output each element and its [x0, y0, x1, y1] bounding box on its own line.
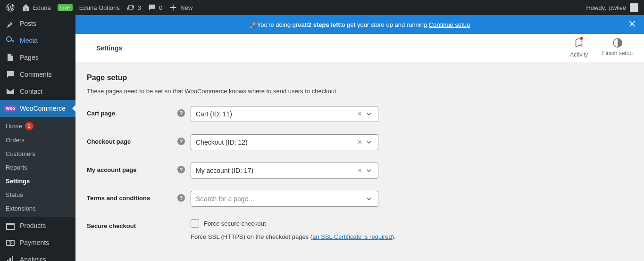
submenu-item-status[interactable]: Status	[0, 188, 75, 202]
media-icon	[6, 36, 15, 45]
section-desc: These pages need to be set so that WooCo…	[87, 88, 633, 95]
help-icon[interactable]: ?	[177, 194, 185, 202]
new-label: New	[180, 4, 192, 11]
activity-label: Activity	[570, 51, 588, 58]
submenu-item-settings[interactable]: Settings	[0, 174, 75, 188]
sidebar-label: Payments	[20, 239, 49, 246]
new-link[interactable]: New	[169, 3, 192, 12]
main-content: 🚀 You're doing great! 2 steps left to ge…	[75, 15, 644, 261]
banner-text-after: to get your store up and running.	[340, 21, 429, 28]
count-badge: 2	[25, 122, 33, 130]
submenu-label: Status	[6, 191, 23, 198]
avatar[interactable]	[630, 3, 638, 12]
howdy-prefix: Howdy,	[586, 4, 606, 11]
pin-icon	[6, 19, 15, 28]
submenu-label: Customers	[6, 150, 35, 157]
clear-icon[interactable]: ×	[355, 166, 365, 175]
sidebar-item-pages[interactable]: Pages	[0, 49, 75, 66]
comments-icon	[6, 70, 15, 79]
sidebar-label: Posts	[20, 20, 36, 27]
terms-page-placeholder: Search for a page…	[196, 195, 365, 203]
help-after: ).	[392, 233, 396, 240]
checkout-page-value: Checkout (ID: 12)	[196, 139, 355, 146]
terms-page-label: Terms and conditions	[87, 195, 150, 202]
chevron-down-icon	[365, 168, 373, 173]
banner-text-before: You're doing great!	[257, 21, 308, 28]
sidebar-label: Analytics	[20, 256, 46, 261]
comments-link[interactable]: 0	[148, 3, 162, 12]
site-name: Eduna	[33, 4, 51, 11]
svg-rect-2	[7, 224, 14, 225]
checkout-page-label: Checkout page	[87, 138, 131, 145]
ssl-cert-link[interactable]: an SSL Certificate is required	[312, 233, 392, 240]
myaccount-page-select[interactable]: My account (ID: 17) ×	[191, 163, 378, 179]
svg-rect-7	[12, 256, 13, 261]
clear-icon[interactable]: ×	[355, 138, 365, 147]
help-before: Force SSL (HTTPS) on the checkout pages …	[191, 233, 312, 240]
updates-link[interactable]: 3	[126, 3, 141, 12]
continue-setup-link[interactable]: Continue setup	[429, 21, 470, 28]
wp-logo[interactable]	[6, 3, 15, 12]
submenu-item-orders[interactable]: Orders	[0, 133, 75, 147]
close-banner-button[interactable]	[628, 20, 636, 30]
sidebar-item-comments[interactable]: Comments	[0, 66, 75, 83]
sidebar-item-analytics[interactable]: Analytics	[0, 251, 75, 261]
products-icon	[6, 221, 15, 230]
woo-icon: Woo	[6, 104, 15, 113]
help-icon[interactable]: ?	[177, 109, 185, 117]
cart-page-select[interactable]: Cart (ID: 11) ×	[191, 106, 378, 122]
sidebar-item-products[interactable]: Products	[0, 217, 75, 234]
sidebar-item-posts[interactable]: Posts	[0, 15, 75, 32]
envelope-icon	[6, 87, 15, 96]
activity-button[interactable]: Activity	[570, 38, 588, 58]
chevron-down-icon	[365, 196, 373, 202]
pages-icon	[6, 53, 15, 62]
svg-point-0	[7, 37, 11, 41]
sidebar-item-contact[interactable]: Contact	[0, 83, 75, 100]
checkout-page-select[interactable]: Checkout (ID: 12) ×	[191, 134, 378, 150]
username: pwlive	[609, 4, 626, 11]
submenu-item-reports[interactable]: Reports	[0, 161, 75, 174]
page-header: Settings Activity Finish setup	[75, 34, 644, 62]
chevron-down-icon	[365, 111, 373, 117]
force-secure-label: Force secure checkout	[204, 220, 266, 227]
cart-page-label: Cart page	[87, 110, 115, 117]
live-badge: Live	[58, 4, 73, 11]
sidebar-label: Contact	[20, 88, 42, 95]
myaccount-page-label: My account page	[87, 166, 136, 173]
submenu-item-extensions[interactable]: Extensions	[0, 202, 75, 215]
admin-toolbar: Eduna Live Eduna Options 3 0 New Howdy, …	[0, 0, 644, 15]
woocommerce-submenu: Home 2 Orders Customers Reports Settings…	[0, 117, 75, 217]
sidebar-item-woocommerce[interactable]: Woo WooCommerce	[0, 100, 75, 117]
analytics-icon	[6, 255, 15, 261]
submenu-label: Settings	[6, 178, 30, 185]
svg-rect-6	[9, 258, 11, 261]
finish-setup-label: Finish setup	[602, 50, 633, 57]
chevron-down-icon	[365, 139, 373, 145]
eduna-options-link[interactable]: Eduna Options	[79, 4, 120, 11]
setup-banner: 🚀 You're doing great! 2 steps left to ge…	[75, 15, 644, 34]
account-link[interactable]: Howdy, pwlive	[586, 4, 626, 11]
submenu-item-home[interactable]: Home 2	[0, 119, 75, 133]
section-title: Page setup	[87, 73, 633, 82]
submenu-label: Home	[6, 122, 22, 130]
site-link[interactable]: Eduna	[22, 3, 51, 12]
finish-setup-button[interactable]: Finish setup	[602, 38, 633, 58]
comments-count: 0	[159, 4, 162, 11]
terms-page-select[interactable]: Search for a page…	[191, 191, 378, 207]
sidebar-label: Comments	[20, 71, 52, 78]
sidebar-item-payments[interactable]: $ Payments	[0, 234, 75, 251]
force-secure-checkbox[interactable]	[191, 219, 199, 228]
help-icon[interactable]: ?	[177, 138, 185, 145]
secure-checkout-label: Secure checkout	[87, 222, 136, 229]
banner-steps: 2 steps left	[308, 21, 340, 28]
sidebar-label: WooCommerce	[20, 105, 66, 112]
clear-icon[interactable]: ×	[355, 110, 365, 118]
admin-sidebar: Posts Media Pages Comments Contact Woo W…	[0, 15, 75, 261]
payments-icon: $	[6, 238, 15, 247]
submenu-item-customers[interactable]: Customers	[0, 147, 75, 161]
sidebar-label: Pages	[20, 54, 39, 61]
cart-page-value: Cart (ID: 11)	[196, 110, 355, 118]
help-icon[interactable]: ?	[177, 166, 185, 173]
sidebar-item-media[interactable]: Media	[0, 32, 75, 49]
